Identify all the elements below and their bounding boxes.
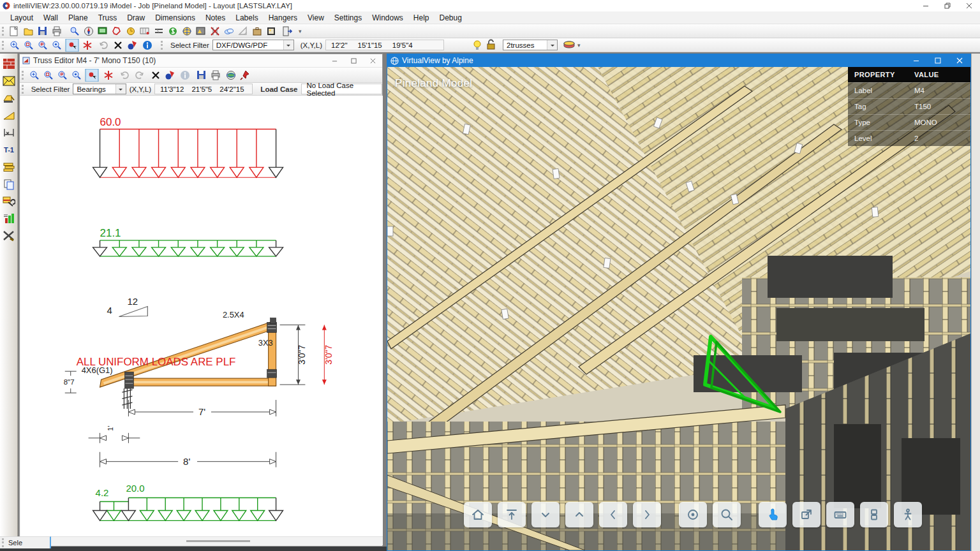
virtualview-3d-viewport[interactable]: Pineland Model PROPERTY VALUE LabelM4 Ta… <box>387 67 970 550</box>
compass-icon[interactable] <box>85 27 93 35</box>
tools-icon[interactable] <box>1 194 17 209</box>
print-icon[interactable] <box>212 71 219 80</box>
save-icon[interactable] <box>197 71 205 79</box>
rotate-down-button[interactable] <box>531 502 560 527</box>
zoom-in-icon[interactable] <box>11 41 19 49</box>
envelope-icon[interactable] <box>1 73 17 89</box>
undo-icon[interactable] <box>121 72 128 78</box>
keyboard-button[interactable] <box>826 502 854 527</box>
truss-drawing[interactable]: 60.0 21.1 <box>20 96 383 538</box>
chevron-down-icon[interactable] <box>547 40 557 50</box>
menu-windows[interactable]: Windows <box>367 11 408 24</box>
restore-icon[interactable] <box>937 0 958 11</box>
rotate-left-button[interactable] <box>599 502 627 527</box>
horizontal-scrollbar[interactable] <box>20 536 383 545</box>
close-icon[interactable] <box>949 55 970 66</box>
menu-debug[interactable]: Debug <box>434 11 467 24</box>
menu-layout[interactable]: Layout <box>5 11 38 24</box>
exit-icon[interactable] <box>283 27 292 36</box>
right-scroll-strip[interactable] <box>971 54 980 551</box>
save-icon[interactable] <box>38 27 47 35</box>
delete-icon[interactable] <box>152 72 159 78</box>
select-pointer-button[interactable] <box>85 69 98 82</box>
brick-wall-icon[interactable] <box>1 56 17 71</box>
view-3d-icon[interactable] <box>227 71 235 79</box>
truss-editor-titlebar[interactable]: Truss Editor M4 - 7' Mono T150 (10) <box>20 54 382 68</box>
select-pointer-button[interactable] <box>66 39 78 52</box>
virtualview-titlebar[interactable]: VirtualView by Alpine <box>387 54 970 67</box>
zoom-in-icon[interactable] <box>31 71 38 79</box>
ramp-icon[interactable] <box>1 108 17 123</box>
split-view-button[interactable] <box>860 502 888 527</box>
minimize-icon[interactable] <box>905 55 927 66</box>
menu-plane[interactable]: Plane <box>63 11 93 24</box>
toolbar-grip[interactable] <box>22 85 26 94</box>
snap-asterisk-icon[interactable] <box>84 41 91 50</box>
render-icon[interactable] <box>197 27 205 34</box>
truss-label-icon[interactable]: T-1 <box>1 142 17 158</box>
redo-icon[interactable] <box>136 72 143 78</box>
open-external-button[interactable] <box>792 502 820 527</box>
coin-icon[interactable] <box>128 27 135 34</box>
truss-filter-combobox[interactable]: Bearings <box>73 84 126 94</box>
home-view-button[interactable] <box>464 502 492 527</box>
menu-truss[interactable]: Truss <box>93 11 122 24</box>
zoom-page-icon[interactable] <box>59 71 66 79</box>
copy-icon[interactable] <box>1 177 17 192</box>
maximize-icon[interactable] <box>344 55 363 66</box>
toolbar-grip[interactable] <box>161 41 165 50</box>
plan-view-icon[interactable] <box>98 27 107 34</box>
print-icon[interactable] <box>53 27 61 36</box>
scrollbar-thumb[interactable] <box>186 540 250 542</box>
truss-canvas[interactable]: 60.0 21.1 <box>20 96 383 538</box>
layers-icon[interactable] <box>563 39 575 52</box>
chevron-down-icon[interactable] <box>283 40 293 50</box>
zoom-page-icon[interactable] <box>39 41 47 49</box>
menu-hangers[interactable]: Hangers <box>264 11 302 24</box>
menu-dimensions[interactable]: Dimensions <box>150 11 200 24</box>
truss-selector-combobox[interactable]: 2trusses <box>503 40 558 50</box>
close-icon[interactable] <box>363 55 382 66</box>
info-icon[interactable] <box>181 71 189 80</box>
close-icon[interactable] <box>958 0 980 11</box>
lasso-select-icon[interactable] <box>113 27 120 34</box>
crossing-icon[interactable] <box>211 27 219 35</box>
layout-filter-combobox[interactable]: DXF/DWG/PDF <box>212 40 294 50</box>
find-icon[interactable] <box>71 27 78 35</box>
load-case-value[interactable]: No Load Case Selected <box>301 84 382 94</box>
open-icon[interactable] <box>24 29 33 35</box>
beam-icon[interactable] <box>155 29 163 33</box>
top-view-button[interactable] <box>498 502 526 527</box>
menu-help[interactable]: Help <box>408 11 434 24</box>
menu-draw[interactable]: Draw <box>122 11 150 24</box>
toolbar-grip[interactable] <box>22 71 26 80</box>
shapes-icon[interactable] <box>166 71 175 80</box>
rotate-up-button[interactable] <box>565 502 593 527</box>
minimize-icon[interactable] <box>915 0 937 11</box>
delete-icon[interactable] <box>115 42 121 48</box>
rotate-right-button[interactable] <box>633 502 661 527</box>
visibility-bulb-icon[interactable] <box>474 41 480 50</box>
menu-notes[interactable]: Notes <box>200 11 230 24</box>
dimension-icon[interactable] <box>1 125 17 140</box>
undo-icon[interactable] <box>100 42 107 48</box>
orbit-button[interactable] <box>679 502 707 527</box>
zoom-window-icon[interactable] <box>45 71 52 79</box>
menu-labels[interactable]: Labels <box>230 11 263 24</box>
materials-icon[interactable] <box>1 159 17 175</box>
unlock-icon[interactable] <box>487 40 494 49</box>
walk-mode-button[interactable] <box>894 502 922 527</box>
menu-wall[interactable]: Wall <box>38 11 63 24</box>
dozer-icon[interactable] <box>1 91 17 106</box>
cut-tools-icon[interactable] <box>1 228 17 244</box>
zoom-window-icon[interactable] <box>25 41 33 49</box>
zoom-extents-icon[interactable] <box>73 71 80 79</box>
minimize-icon[interactable] <box>325 55 344 66</box>
cloud-icon[interactable] <box>225 29 234 34</box>
protractor-icon[interactable] <box>239 27 246 34</box>
report-chart-icon[interactable] <box>1 211 17 226</box>
toolbar-overflow-icon[interactable]: ▾ <box>299 28 302 34</box>
shapes-icon[interactable] <box>128 41 137 50</box>
select-touch-button[interactable] <box>759 502 787 527</box>
menu-settings[interactable]: Settings <box>329 11 367 24</box>
